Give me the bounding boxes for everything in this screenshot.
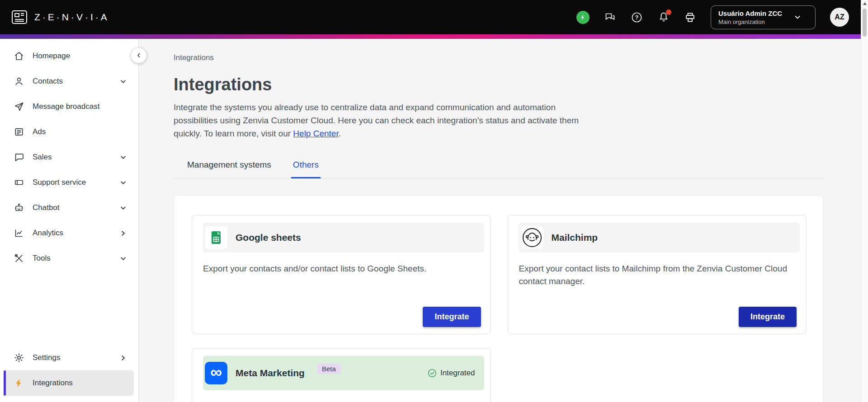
user-organization: Main organization — [718, 19, 782, 25]
tabs: Management systems Others — [174, 160, 824, 178]
chevron-down-icon — [120, 255, 127, 262]
sidebar-item-label: Settings — [33, 353, 60, 362]
zenvia-logo-icon — [11, 9, 28, 26]
sidebar-item-label: Tools — [33, 254, 51, 263]
description-text-end: . — [339, 129, 341, 138]
card-footer: Integrate — [508, 299, 807, 334]
chevron-left-icon: ‹ — [137, 50, 140, 60]
sidebar-item-ads[interactable]: Ads — [5, 119, 134, 145]
integration-card-mailchimp: Mailchimp Export your contact lists to M… — [508, 215, 807, 334]
meta-icon: ∞ — [205, 362, 227, 384]
status-lightning-icon[interactable] — [576, 11, 590, 24]
support-ticket-icon — [14, 177, 24, 188]
user-menu[interactable]: Usuário Admin ZCC Main organization — [711, 5, 816, 29]
sidebar: Homepage Contacts Message broadcast — [0, 39, 139, 402]
card-title: Google sheets — [236, 232, 301, 243]
avatar-initials: AZ — [835, 13, 844, 21]
sidebar-item-label: Integrations — [33, 379, 73, 388]
integrate-button[interactable]: Integrate — [423, 307, 481, 327]
sidebar-item-label: Analytics — [33, 229, 63, 238]
chatbot-icon — [14, 202, 24, 213]
printer-icon[interactable] — [684, 11, 696, 23]
sidebar-item-chatbot[interactable]: Chatbot — [5, 195, 134, 220]
integrated-status-label: Integrated — [440, 369, 475, 378]
card-footer: Integrate — [192, 299, 491, 334]
sidebar-item-settings[interactable]: Settings — [5, 345, 134, 370]
sidebar-item-contacts[interactable]: Contacts — [5, 69, 134, 94]
card-header: Mailchimp — [519, 223, 800, 252]
card-header: Google sheets — [203, 223, 484, 252]
integration-card-meta-marketing: ∞ Meta Marketing Beta Integrated — [192, 348, 491, 402]
chevron-right-icon — [120, 230, 127, 237]
vertical-scrollbar[interactable] — [861, 0, 868, 402]
contacts-icon — [14, 76, 24, 87]
tab-others[interactable]: Others — [291, 160, 321, 178]
chevron-down-icon — [794, 14, 801, 21]
brand-gradient-stripe — [0, 34, 861, 39]
sidebar-item-sales[interactable]: Sales — [5, 145, 134, 170]
meta-infinity-icon: ∞ — [210, 364, 222, 380]
notification-badge-dot — [666, 9, 671, 15]
card-description: Connecting with Meta Marketing in Zenvia… — [192, 390, 491, 402]
sidebar-item-label: Sales — [33, 153, 52, 162]
sales-icon — [14, 152, 24, 163]
card-title: Meta Marketing — [236, 368, 305, 379]
sidebar-item-support-service[interactable]: Support service — [5, 170, 134, 195]
send-icon — [14, 101, 24, 112]
sidebar-item-label: Message broadcast — [33, 102, 99, 111]
brand[interactable]: Z·E·N·V·I·A — [11, 9, 109, 26]
sidebar-item-label: Contacts — [33, 77, 63, 86]
brand-name: Z·E·N·V·I·A — [34, 12, 109, 23]
chevron-down-icon — [120, 154, 127, 161]
home-icon — [14, 51, 24, 61]
chevron-right-icon — [120, 355, 127, 361]
sidebar-item-message-broadcast[interactable]: Message broadcast — [5, 94, 134, 119]
integrations-bolt-icon — [14, 378, 24, 388]
integration-card-google-sheets: Google sheets Export your contacts and/o… — [192, 215, 491, 334]
card-description: Export your contact lists to Mailchimp f… — [508, 252, 807, 288]
main-content: Integrations Integrations Integrate the … — [139, 39, 861, 402]
notifications-bell-icon[interactable] — [657, 11, 670, 23]
scrollbar-thumb[interactable] — [863, 9, 867, 37]
svg-text:?: ? — [635, 14, 639, 21]
card-description: Export your contacts and/or contact list… — [192, 252, 491, 275]
sidebar-item-label: Homepage — [33, 51, 70, 61]
integrate-button[interactable]: Integrate — [739, 307, 797, 327]
card-header: ∞ Meta Marketing Beta Integrated — [203, 356, 484, 390]
avatar[interactable]: AZ — [830, 8, 849, 27]
scrollbar-up-arrow-icon[interactable] — [863, 2, 867, 5]
sidebar-item-label: Ads — [33, 127, 46, 136]
ads-icon — [14, 126, 24, 137]
help-center-link[interactable]: Help Center — [293, 129, 338, 138]
sidebar-item-analytics[interactable]: Analytics — [5, 220, 134, 246]
tools-icon — [14, 253, 24, 264]
sidebar-item-homepage[interactable]: Homepage — [5, 43, 134, 69]
sidebar-item-tools[interactable]: Tools — [5, 246, 134, 271]
conversations-icon[interactable] — [604, 11, 616, 23]
app-window: Z·E·N·V·I·A ? — [0, 0, 861, 402]
page-title: Integrations — [174, 75, 824, 94]
top-bar-actions: ? — [576, 5, 849, 29]
top-bar: Z·E·N·V·I·A ? — [0, 0, 861, 34]
tab-management-systems[interactable]: Management systems — [185, 160, 273, 178]
chevron-down-icon — [120, 78, 127, 85]
sidebar-collapse-button[interactable]: ‹ — [131, 48, 146, 63]
sidebar-bottom-group: Settings Integrations — [0, 345, 138, 396]
page: Z·E·N·V·I·A ? — [0, 0, 868, 402]
integrated-status: Integrated — [428, 369, 475, 378]
user-info: Usuário Admin ZCC Main organization — [718, 9, 782, 25]
google-sheets-icon — [205, 226, 227, 249]
sidebar-item-label: Support service — [33, 178, 86, 187]
analytics-chart-icon — [14, 228, 24, 238]
page-description: Integrate the systems you already use to… — [174, 101, 589, 140]
card-title: Mailchimp — [552, 232, 598, 243]
integrations-panel: Google sheets Export your contacts and/o… — [174, 195, 824, 402]
breadcrumb[interactable]: Integrations — [174, 53, 824, 62]
settings-gear-icon — [14, 352, 24, 363]
sidebar-item-integrations[interactable]: Integrations — [5, 370, 134, 396]
chevron-down-icon — [120, 179, 127, 186]
sidebar-item-label: Chatbot — [33, 203, 60, 212]
beta-badge: Beta — [317, 364, 340, 374]
help-icon[interactable]: ? — [631, 11, 643, 23]
user-name: Usuário Admin ZCC — [718, 9, 782, 17]
